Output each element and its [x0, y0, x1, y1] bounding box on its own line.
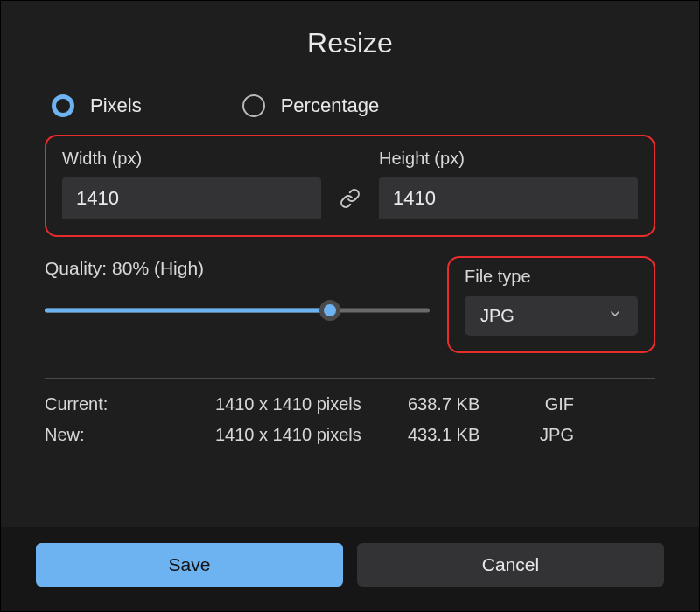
filetype-value: JPG — [480, 306, 514, 326]
dialog-title: Resize — [45, 27, 655, 59]
slider-thumb[interactable] — [319, 300, 340, 321]
height-label: Height (px) — [379, 149, 638, 169]
current-dimensions: 1410 x 1410 pixels — [215, 394, 408, 414]
filetype-select[interactable]: JPG — [465, 296, 638, 336]
chevron-down-icon — [608, 307, 622, 324]
cancel-button[interactable]: Cancel — [357, 543, 664, 587]
dialog-content: Resize Pixels Percentage Width (px) — [1, 1, 699, 527]
height-input[interactable] — [379, 177, 638, 219]
height-group: Height (px) — [379, 149, 638, 219]
current-size: 638.7 KB — [408, 394, 522, 414]
radio-circle-icon — [52, 94, 74, 117]
new-label: New: — [45, 425, 215, 445]
slider-fill — [45, 309, 330, 313]
width-label: Width (px) — [62, 149, 321, 169]
radio-percentage[interactable]: Percentage — [242, 94, 380, 117]
filetype-highlight: File type JPG — [447, 256, 655, 353]
width-input[interactable] — [62, 177, 321, 219]
resize-dialog: Resize Pixels Percentage Width (px) — [0, 0, 700, 612]
divider — [45, 378, 655, 379]
filetype-label: File type — [465, 267, 638, 287]
new-size: 433.1 KB — [408, 425, 522, 445]
quality-slider[interactable] — [45, 300, 430, 321]
quality-filetype-row: Quality: 80% (High) File type JPG — [45, 256, 655, 353]
radio-circle-icon — [242, 94, 265, 117]
link-aspect-button[interactable] — [335, 177, 365, 219]
save-button[interactable]: Save — [36, 543, 343, 587]
quality-label: Quality: 80% (High) — [45, 258, 430, 279]
dimensions-highlight: Width (px) Height (px) — [45, 135, 655, 237]
button-bar: Save Cancel — [1, 527, 699, 611]
radio-pixels[interactable]: Pixels — [52, 94, 142, 117]
width-group: Width (px) — [62, 149, 321, 219]
link-icon — [340, 188, 360, 209]
radio-pixels-label: Pixels — [90, 94, 142, 117]
current-format: GIF — [522, 394, 574, 414]
info-grid: Current: 1410 x 1410 pixels 638.7 KB GIF… — [45, 394, 655, 445]
quality-section: Quality: 80% (High) — [45, 256, 430, 321]
radio-percentage-label: Percentage — [281, 94, 380, 117]
new-dimensions: 1410 x 1410 pixels — [215, 425, 408, 445]
new-format: JPG — [522, 425, 574, 445]
unit-radio-group: Pixels Percentage — [45, 94, 655, 117]
current-label: Current: — [45, 394, 215, 414]
dimensions-row: Width (px) Height (px) — [62, 149, 638, 219]
